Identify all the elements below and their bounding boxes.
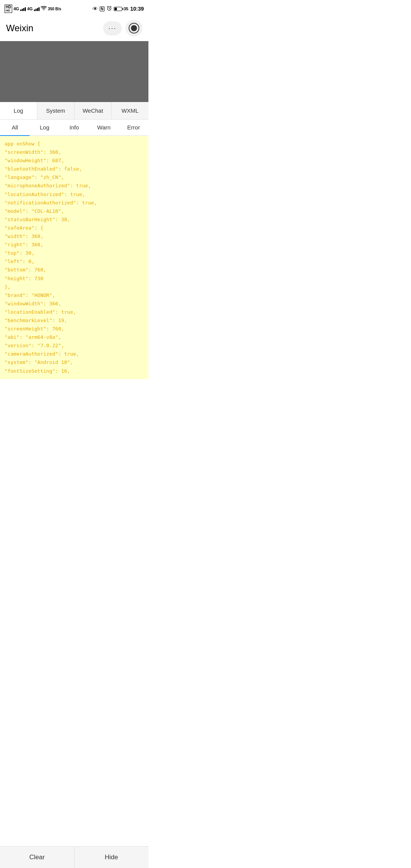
- header-actions: ···: [103, 20, 142, 37]
- hd-sub: HD: [6, 9, 11, 12]
- status-bar: HD HD 4G 4G 350 B/s 👁 N: [0, 0, 148, 17]
- battery-tip: [123, 8, 123, 10]
- app-title: Weixin: [6, 23, 33, 34]
- 4g-label-1: 4G: [13, 6, 19, 11]
- preview-area: [0, 41, 148, 102]
- eye-icon: 👁: [92, 6, 98, 12]
- log-level-error[interactable]: Error: [119, 120, 148, 135]
- signal-bar: [23, 8, 24, 11]
- log-level-info[interactable]: Info: [59, 120, 89, 135]
- signal-bar: [20, 10, 21, 11]
- battery-body: [114, 7, 122, 11]
- tab-wechat[interactable]: WeChat: [75, 102, 112, 119]
- log-level-warn[interactable]: Warn: [89, 120, 119, 135]
- signal-bar: [37, 8, 38, 11]
- signal-bars-1: [20, 6, 26, 11]
- nfc-icon: N: [100, 6, 105, 11]
- log-text: app onShow { "screenWidth": 360, "window…: [5, 140, 144, 375]
- tab-wxml[interactable]: WXML: [112, 102, 148, 119]
- battery-icon: 35: [114, 6, 128, 11]
- signal-bar: [25, 7, 26, 11]
- record-circle-inner: [131, 25, 137, 31]
- log-content: app onShow { "screenWidth": 360, "window…: [0, 136, 148, 379]
- 4g-label-2: 4G: [27, 6, 33, 11]
- signal-bar: [22, 9, 23, 11]
- status-right: 👁 N 35 10:39: [92, 6, 144, 12]
- tab-log[interactable]: Log: [0, 102, 37, 119]
- signal-bar: [38, 7, 40, 11]
- battery-percent: 35: [124, 6, 128, 11]
- clock-time: 10:39: [130, 6, 144, 12]
- wifi-icon: [41, 6, 47, 12]
- log-level-log[interactable]: Log: [30, 120, 59, 135]
- app-header: Weixin ···: [0, 17, 148, 41]
- network-speed: 350 B/s: [48, 7, 61, 11]
- signal-bar: [35, 9, 37, 11]
- log-level-all[interactable]: All: [0, 120, 30, 135]
- signal-bar: [34, 10, 35, 11]
- log-level-tabs: All Log Info Warn Error: [0, 120, 148, 136]
- status-left: HD HD 4G 4G 350 B/s: [5, 5, 61, 13]
- debug-tabs: Log System WeChat WXML: [0, 102, 148, 120]
- battery-fill: [115, 8, 117, 10]
- signal-bars-2: [34, 6, 40, 11]
- record-circle-outer: [129, 23, 139, 34]
- hd-badge: HD HD: [5, 5, 12, 13]
- more-button[interactable]: ···: [103, 21, 122, 35]
- record-button[interactable]: [126, 20, 142, 37]
- alarm-icon: [107, 6, 112, 12]
- tab-system[interactable]: System: [37, 102, 75, 119]
